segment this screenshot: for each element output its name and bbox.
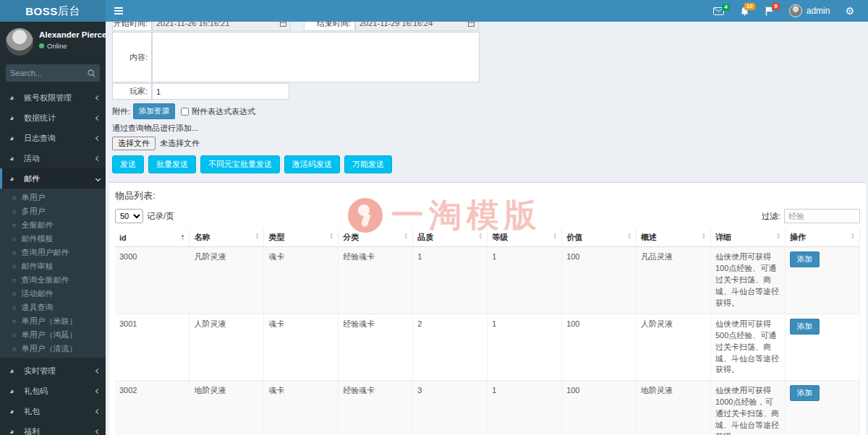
sidebar-toggle-icon[interactable] xyxy=(106,0,132,22)
mail-submenu: ○单用户 ○多用户 ○全服邮件 ○邮件模板 ○查询用户邮件 ○邮件审核 ○查询全… xyxy=(0,189,106,358)
cell-detail: 仙侠使用可获得1000点经验，可通过关卡扫荡、商城、斗仙台等途径获得。 xyxy=(711,381,786,435)
col-header-category[interactable]: 分类▲▼ xyxy=(339,228,413,247)
user-status: Online xyxy=(39,42,106,50)
sidebar-item-log-query[interactable]: ◕日志查询 xyxy=(0,128,106,148)
add-item-button[interactable]: 添加 xyxy=(790,385,820,401)
sidebar-item-data-stats[interactable]: ◕数据统计 xyxy=(0,108,106,128)
sort-icon: ▲▼ xyxy=(180,233,184,241)
activation-code-send-button[interactable]: 激活码发送 xyxy=(284,155,340,173)
col-header-quality[interactable]: 品质▲▼ xyxy=(413,228,488,247)
sidebar-menu: ◕账号权限管理 ◕数据统计 ◕日志查询 ◕活动 ◕邮件 xyxy=(0,87,106,189)
submenu-item-query-all-server-mail[interactable]: ○查询全服邮件 xyxy=(0,273,106,287)
sort-icon: ▲▼ xyxy=(404,232,408,240)
sidebar-item-realtime-mgmt[interactable]: ◕实时管理 xyxy=(0,361,106,381)
submenu-item-activity-mail[interactable]: ○活动邮件 xyxy=(0,287,106,301)
add-item-button[interactable]: 添加 xyxy=(790,319,820,335)
pie-chart-icon: ◕ xyxy=(9,113,20,122)
submenu-item-all-server-mail[interactable]: ○全服邮件 xyxy=(0,218,106,232)
col-header-id[interactable]: id▲▼ xyxy=(115,228,190,247)
notifications-menu[interactable]: 10 xyxy=(733,4,756,19)
col-header-detail[interactable]: 详细▲▼ xyxy=(711,228,786,247)
main-content: 开始时间: 2021-11-26 16:16:21 结束时间: 2021-11-… xyxy=(106,22,868,435)
per-page-select[interactable]: 50 xyxy=(115,209,143,223)
content-label: 内容: xyxy=(112,32,152,82)
cell-id: 3000 xyxy=(115,247,190,314)
pie-chart-icon: ◕ xyxy=(9,407,20,415)
player-input[interactable] xyxy=(152,83,289,100)
sidebar-item-welfare[interactable]: ◕福利 xyxy=(0,421,106,435)
cell-detail: 仙侠使用可获得500点经验、可通过关卡扫荡、商城、斗仙台等途径获得。 xyxy=(711,314,786,381)
col-header-level[interactable]: 等级▲▼ xyxy=(488,228,562,247)
flags-badge: 9 xyxy=(772,3,779,10)
search-button[interactable] xyxy=(88,69,95,77)
cell-quality: 2 xyxy=(413,314,488,381)
col-header-summary[interactable]: 概述▲▼ xyxy=(637,228,711,247)
table-row: 3000凡阶灵液魂卡经验魂卡11100凡品灵液仙侠使用可获得100点经验、可通过… xyxy=(115,247,860,314)
items-panel: 物品列表: 50 记录/页 过滤: id▲▼ 名称▲▼ 类型▲▼ xyxy=(109,182,866,435)
batch-send-button[interactable]: 批量发送 xyxy=(148,155,196,173)
sidebar-item-activity[interactable]: ◕活动 xyxy=(0,148,106,168)
submenu-item-mail-template[interactable]: ○邮件模板 xyxy=(0,232,106,246)
messages-menu[interactable]: 4 xyxy=(707,4,731,18)
sort-icon: ▲▼ xyxy=(776,232,780,240)
circle-o-icon: ○ xyxy=(12,304,16,311)
cell-quality: 1 xyxy=(413,247,488,314)
submenu-item-single-user-hongyan[interactable]: ○单用户（鸿延） xyxy=(0,328,106,342)
attachment-expression-checkbox[interactable] xyxy=(181,108,189,116)
col-header-action[interactable]: 操作▲▼ xyxy=(785,228,859,247)
calendar-icon xyxy=(468,22,475,27)
cell-category: 经验魂卡 xyxy=(339,381,413,435)
sidebar-item-mail[interactable]: ◕邮件 xyxy=(0,168,106,189)
logo-rest: 后台 xyxy=(58,4,80,18)
submenu-item-query-user-mail[interactable]: ○查询用户邮件 xyxy=(0,246,106,259)
app-logo[interactable]: BOSS后台 xyxy=(0,0,106,22)
submenu-item-multi-user[interactable]: ○多用户 xyxy=(0,204,106,218)
end-time-label: 结束时间: xyxy=(304,22,355,31)
player-label: 玩家: xyxy=(112,83,152,100)
universal-send-button[interactable]: 万能发送 xyxy=(344,155,392,173)
sidebar-item-gift-code[interactable]: ◕礼包码 xyxy=(0,381,106,401)
chevron-left-icon xyxy=(95,115,101,120)
notifications-badge: 10 xyxy=(744,3,755,10)
user-avatar-small xyxy=(789,4,802,17)
sort-icon: ▲▼ xyxy=(329,232,333,240)
content-textarea[interactable] xyxy=(152,32,480,82)
search-input[interactable] xyxy=(10,69,88,77)
sidebar-item-gift-pack[interactable]: ◕礼包 xyxy=(0,401,106,421)
boss-admin-screen: BOSS后台 4 10 9 admin xyxy=(0,0,868,435)
sidebar-item-account-permission[interactable]: ◕账号权限管理 xyxy=(0,87,106,108)
col-header-value[interactable]: 价值▲▼ xyxy=(562,228,637,247)
control-sidebar-toggle[interactable]: ⚙ xyxy=(838,3,861,19)
cell-id: 3001 xyxy=(115,314,190,381)
add-resource-button[interactable]: 添加资源 xyxy=(133,103,175,119)
submenu-item-mail-review[interactable]: ○邮件审核 xyxy=(0,259,106,273)
sidebar: Alexander Pierce Online ◕账号权限管理 ◕数据统计 ◕日… xyxy=(0,22,106,435)
filter-label: 过滤: xyxy=(762,211,780,222)
submenu-item-item-query[interactable]: ○道具查询 xyxy=(0,301,106,314)
flags-menu[interactable]: 9 xyxy=(759,4,780,19)
submenu-item-single-user-miyu[interactable]: ○单用户（米娱） xyxy=(0,314,106,328)
start-time-input[interactable]: 2021-11-26 16:16:21 xyxy=(152,22,291,31)
diff-yuanbao-batch-send-button[interactable]: 不同元宝批量发送 xyxy=(200,155,280,173)
sort-icon: ▲▼ xyxy=(851,232,855,240)
chevron-left-icon xyxy=(95,155,101,160)
cell-level: 1 xyxy=(488,247,562,314)
filter-input[interactable] xyxy=(784,209,860,223)
circle-o-icon: ○ xyxy=(12,290,16,298)
add-item-button[interactable]: 添加 xyxy=(790,251,820,267)
online-dot-icon xyxy=(39,43,44,48)
send-buttons-row: 发送 批量发送 不同元宝批量发送 激活码发送 万能发送 xyxy=(112,155,864,173)
table-header-row: id▲▼ 名称▲▼ 类型▲▼ 分类▲▼ 品质▲▼ 等级▲▼ 价值▲▼ 概述▲▼ … xyxy=(115,228,860,247)
pie-chart-icon: ◕ xyxy=(9,174,20,183)
submenu-item-single-user[interactable]: ○单用户 xyxy=(0,191,106,204)
pie-chart-icon: ◕ xyxy=(9,387,20,395)
items-table: id▲▼ 名称▲▼ 类型▲▼ 分类▲▼ 品质▲▼ 等级▲▼ 价值▲▼ 概述▲▼ … xyxy=(115,228,860,435)
submenu-item-single-user-qingliu[interactable]: ○单用户（清流） xyxy=(0,342,106,356)
send-button[interactable]: 发送 xyxy=(112,155,144,173)
cell-type: 魂卡 xyxy=(264,247,339,314)
col-header-type[interactable]: 类型▲▼ xyxy=(264,228,339,247)
end-time-input[interactable]: 2021-11-29 16:16:24 xyxy=(355,22,479,31)
user-menu[interactable]: admin xyxy=(783,3,836,19)
col-header-name[interactable]: 名称▲▼ xyxy=(190,228,264,247)
choose-file-button[interactable]: 选择文件 xyxy=(112,137,156,150)
